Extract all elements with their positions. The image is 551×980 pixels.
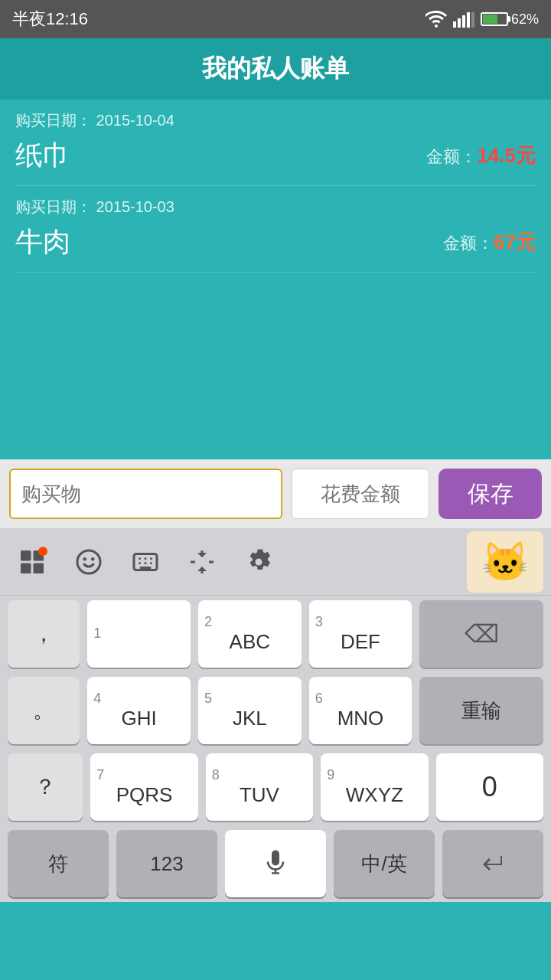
key-lang-switch[interactable]: 中/英 xyxy=(334,830,435,897)
wifi-icon xyxy=(425,11,447,28)
mic-icon xyxy=(264,850,287,877)
key-8-tuv[interactable]: 8 TUV xyxy=(206,753,313,821)
key-2-abc[interactable]: 2 ABC xyxy=(198,600,302,668)
keyboard-area: ， 1 2 ABC 3 DEF ⌫ 。 4 GHI 5 JKL xyxy=(0,596,551,902)
entry-1-row: 纸巾 金额：14.5元 xyxy=(15,137,536,186)
key-123[interactable]: 123 xyxy=(116,830,217,897)
key-question[interactable]: ？ xyxy=(8,753,83,821)
signal-icon xyxy=(453,11,474,28)
svg-rect-0 xyxy=(453,21,456,28)
keyboard-icon[interactable] xyxy=(129,545,162,579)
entry-1-name: 纸巾 xyxy=(15,137,70,175)
key-1[interactable]: 1 xyxy=(87,600,191,668)
amount-input[interactable] xyxy=(292,469,429,519)
toolbar-icons xyxy=(15,545,472,579)
enter-icon xyxy=(481,853,505,874)
svg-rect-3 xyxy=(467,12,470,28)
key-period[interactable]: 。 xyxy=(8,677,80,744)
key-mic[interactable] xyxy=(225,830,326,897)
purchase-input[interactable] xyxy=(9,469,282,519)
app-title: 我的私人账单 xyxy=(202,52,349,86)
status-time: 半夜12:16 xyxy=(12,8,88,31)
cursor-icon[interactable] xyxy=(185,545,219,579)
key-4-ghi[interactable]: 4 GHI xyxy=(87,677,191,744)
svg-rect-7 xyxy=(21,563,31,573)
key-enter[interactable] xyxy=(442,830,543,897)
settings-icon[interactable] xyxy=(242,545,276,579)
entry-2-row: 牛肉 金额：67元 xyxy=(15,224,536,273)
status-icons: 62% xyxy=(425,11,539,28)
key-symbols[interactable]: 符 xyxy=(8,830,109,897)
key-reset[interactable]: 重输 xyxy=(419,677,543,744)
key-7-pqrs[interactable]: 7 PQRS xyxy=(90,753,197,821)
svg-point-9 xyxy=(77,550,100,573)
entry-1: 购买日期： 2015-10-04 纸巾 金额：14.5元 xyxy=(0,100,551,186)
svg-rect-20 xyxy=(272,851,279,866)
svg-point-10 xyxy=(83,557,87,561)
entry-2-name: 牛肉 xyxy=(15,224,70,261)
battery-text: 62% xyxy=(511,11,539,28)
emoji-icon[interactable] xyxy=(72,545,106,579)
key-3-def[interactable]: 3 DEF xyxy=(309,600,412,668)
entry-2-date: 购买日期： 2015-10-03 xyxy=(15,197,536,217)
app-header: 我的私人账单 xyxy=(0,38,551,100)
entry-2-amount: 金额：67元 xyxy=(443,229,536,256)
battery-icon: 62% xyxy=(481,11,539,28)
keyboard-row-1: ， 1 2 ABC 3 DEF ⌫ xyxy=(0,596,551,672)
svg-rect-4 xyxy=(471,12,474,28)
key-5-jkl[interactable]: 5 JKL xyxy=(198,677,302,744)
key-comma[interactable]: ， xyxy=(8,600,80,668)
svg-rect-8 xyxy=(34,563,44,573)
keyboard-bottom-row: 符 123 中/英 xyxy=(0,825,551,902)
entry-1-amount: 金额：14.5元 xyxy=(426,142,536,169)
keyboard-row-2: 。 4 GHI 5 JKL 6 MNO 重输 xyxy=(0,672,551,749)
keyboard-toolbar: 🐱 xyxy=(0,528,551,596)
entry-1-date: 购买日期： 2015-10-04 xyxy=(15,110,536,131)
notification-dot xyxy=(38,547,47,556)
svg-rect-2 xyxy=(462,15,465,28)
main-content: 购买日期： 2015-10-04 纸巾 金额：14.5元 购买日期： 2015-… xyxy=(0,100,551,273)
key-9-wxyz[interactable]: 9 WXYZ xyxy=(321,753,428,821)
input-area: 保存 xyxy=(0,459,551,528)
key-0[interactable]: 0 xyxy=(436,753,543,821)
key-backspace[interactable]: ⌫ xyxy=(419,600,543,668)
cat-decoration: 🐱 xyxy=(467,531,543,593)
apps-icon[interactable] xyxy=(15,545,49,579)
entry-2: 购买日期： 2015-10-03 牛肉 金额：67元 xyxy=(0,186,551,273)
save-button[interactable]: 保存 xyxy=(439,469,542,519)
svg-point-11 xyxy=(91,557,95,561)
svg-rect-5 xyxy=(21,550,31,561)
status-bar: 半夜12:16 62% xyxy=(0,0,551,38)
svg-rect-1 xyxy=(458,18,461,28)
keyboard-row-3: ？ 7 PQRS 8 TUV 9 WXYZ 0 xyxy=(0,749,551,825)
key-6-mno[interactable]: 6 MNO xyxy=(309,677,412,744)
